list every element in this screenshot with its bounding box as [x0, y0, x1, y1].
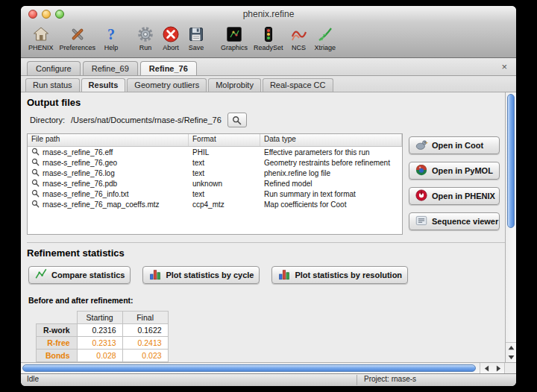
column-header-format[interactable]: Format	[189, 134, 260, 146]
results-tab-bar: Run status Results Geometry outliers Mol…	[21, 76, 516, 92]
toolbar-label: ReadySet	[254, 44, 283, 51]
vertical-scrollbar-thumb[interactable]	[507, 94, 515, 228]
stat-label: R-free	[37, 337, 78, 350]
plot-statistics-by-resolution-button[interactable]: Plot statistics by resolution	[271, 266, 408, 284]
stat-final-value: 0.2413	[122, 337, 168, 350]
table-row[interactable]: rnase-s_refine_76.geo text Geometry rest…	[28, 157, 402, 168]
readyset-traffic-light-icon	[259, 25, 278, 44]
open-in-coot-button[interactable]: Open in Coot	[409, 136, 500, 154]
scroll-up-arrow[interactable]	[506, 343, 516, 353]
file-format: ccp4_mtz	[189, 200, 260, 209]
toolbar-label: NCS	[292, 44, 306, 51]
close-tab-button[interactable]: ×	[498, 62, 510, 72]
toolbar: PHENIX Preferences ? Help Run Abort Save…	[21, 22, 516, 58]
scroll-down-arrow[interactable]	[506, 353, 516, 362]
toolbar-button-help[interactable]: ? Help	[98, 24, 124, 52]
toolbar-button-preferences[interactable]: Preferences	[57, 24, 99, 52]
minimize-window-button[interactable]	[42, 10, 51, 19]
stats-corner-cell	[37, 312, 78, 324]
tab-geometry-outliers[interactable]: Geometry outliers	[127, 78, 207, 92]
toolbar-label: Save	[189, 44, 204, 51]
column-header-file-path[interactable]: File path	[28, 134, 189, 146]
output-files-table: File path Format Data type rnase-s_refin…	[27, 133, 403, 235]
toolbar-label: Help	[104, 44, 119, 51]
file-data-type: Run summary in text format	[260, 190, 402, 198]
horizontal-scrollbar-thumb[interactable]	[22, 364, 476, 372]
file-path: rnase-s_refine_76.eff	[43, 148, 113, 157]
directory-row: Directory: /Users/nat/Documents/rnase-s/…	[30, 113, 516, 127]
stats-column-final: Final	[122, 312, 168, 324]
table-header: File path Format Data type	[28, 134, 402, 147]
horizontal-scrollbar-arrows	[480, 363, 504, 374]
close-window-button[interactable]	[28, 10, 37, 19]
table-row[interactable]: rnase-s_refine_76_info.txt text Run summ…	[28, 189, 402, 199]
toolbar-label: Preferences	[60, 44, 96, 51]
stat-starting-value: 0.2313	[77, 337, 122, 350]
tab-molprobity[interactable]: Molprobity	[208, 78, 261, 92]
main-tab-bar: Configure Refine_69 Refine_76 ×	[21, 58, 516, 76]
magnifier-icon	[31, 148, 40, 157]
magnifier-icon	[31, 168, 40, 178]
refinement-statistics-heading: Refinement statistics	[27, 247, 516, 259]
status-text: Idle	[27, 375, 39, 383]
horizontal-scrollbar[interactable]	[21, 362, 516, 374]
titlebar[interactable]: phenix.refine	[21, 6, 516, 23]
status-bar: Idle Project: rnase-s	[21, 373, 516, 386]
sequence-viewer-icon	[415, 214, 428, 229]
file-format: PHIL	[189, 148, 260, 157]
toolbar-button-abort[interactable]: Abort	[158, 24, 183, 52]
toolbar-button-save[interactable]: Save	[183, 24, 209, 52]
tab-refine-76[interactable]: Refine_76	[140, 61, 197, 75]
file-path: rnase-s_refine_76.geo	[43, 159, 117, 167]
file-path: rnase-s_refine_76_map_coeffs.mtz	[43, 200, 160, 209]
scroll-left-arrow[interactable]	[480, 363, 492, 374]
stats-row-bonds: Bonds 0.028 0.023	[37, 350, 169, 362]
column-header-data-type[interactable]: Data type	[260, 134, 402, 146]
toolbar-button-readyset[interactable]: ReadySet	[251, 24, 286, 52]
sequence-viewer-button[interactable]: Sequence viewer	[409, 212, 500, 230]
open-in-pymol-button[interactable]: Open in PyMOL	[409, 162, 500, 180]
tab-real-space-cc[interactable]: Real-space CC	[263, 78, 333, 92]
phenix-logo-icon	[415, 189, 428, 203]
file-data-type: Refined model	[260, 180, 402, 188]
tab-run-status[interactable]: Run status	[25, 78, 80, 92]
vertical-scrollbar[interactable]	[505, 92, 516, 362]
stats-header-row: Starting Final	[37, 312, 169, 324]
preferences-tools-icon	[68, 25, 87, 44]
stat-starting-value: 0.028	[77, 350, 122, 362]
table-row[interactable]: rnase-s_refine_76.log text phenix.refine…	[28, 168, 402, 178]
tab-configure[interactable]: Configure	[27, 61, 81, 75]
refinement-stats-table: Starting Final R-work 0.2316 0.1622 R-fr…	[36, 311, 169, 362]
save-icon	[186, 25, 206, 44]
file-data-type: Map coefficients for Coot	[260, 200, 402, 209]
table-row[interactable]: rnase-s_refine_76_map_coeffs.mtz ccp4_mt…	[28, 199, 402, 209]
plot-statistics-by-cycle-button[interactable]: Plot statistics by cycle	[142, 266, 260, 284]
toolbar-button-run[interactable]: Run	[133, 24, 158, 52]
table-row[interactable]: rnase-s_refine_76.eff PHIL Effective par…	[28, 147, 402, 157]
help-icon: ?	[101, 25, 121, 44]
table-row[interactable]: rnase-s_refine_76.pdb unknown Refined mo…	[28, 178, 402, 189]
tab-refine-69[interactable]: Refine_69	[83, 61, 138, 75]
toolbar-button-graphics[interactable]: Graphics	[218, 24, 251, 52]
zoom-window-button[interactable]	[55, 10, 64, 19]
file-path: rnase-s_refine_76.log	[43, 169, 115, 177]
stats-row-r-free: R-free 0.2313 0.2413	[37, 337, 169, 350]
toolbar-button-phenix[interactable]: PHENIX	[25, 24, 57, 52]
compare-statistics-button[interactable]: Compare statistics	[28, 266, 131, 284]
phenix-refine-window: phenix.refine PHENIX Preferences ? Help …	[21, 6, 516, 386]
file-path: rnase-s_refine_76.pdb	[43, 180, 117, 188]
statistics-buttons: Compare statistics Plot statistics by cy…	[28, 266, 516, 284]
button-label: Plot statistics by cycle	[166, 271, 254, 279]
browse-directory-button[interactable]	[227, 113, 247, 127]
directory-label: Directory:	[30, 116, 65, 124]
vertical-scrollbar-arrows	[506, 342, 516, 362]
open-in-phenix-button[interactable]: Open in PHENIX	[409, 187, 500, 205]
toolbar-button-ncs[interactable]: NCS	[286, 24, 312, 52]
run-gear-icon	[136, 25, 155, 44]
scroll-right-arrow[interactable]	[492, 363, 504, 374]
scrollbar-corner	[504, 363, 516, 374]
tab-results[interactable]: Results	[81, 78, 126, 92]
stat-starting-value: 0.2316	[77, 324, 122, 337]
toolbar-button-xtriage[interactable]: Xtriage	[312, 24, 339, 52]
bar-chart-icon	[277, 268, 291, 282]
